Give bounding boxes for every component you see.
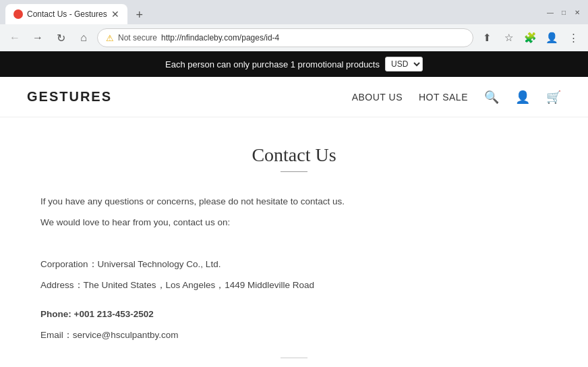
email-label: Email：service@hsculpantby.com bbox=[40, 330, 179, 340]
toolbar-icons: ⬆ ☆ 🧩 👤 ⋮ bbox=[477, 28, 583, 47]
browser-chrome: Contact Us - Gestures ✕ + — □ ✕ ← → ↻ ⌂ … bbox=[0, 0, 588, 51]
back-button[interactable]: ← bbox=[5, 28, 24, 47]
contact-address: Address：The United States，Los Angeles，14… bbox=[40, 276, 548, 294]
tab-favicon bbox=[13, 9, 23, 19]
site-header: GESTURES ABOUT US HOT SALE 🔍 👤 🛒 bbox=[0, 77, 588, 117]
currency-selector[interactable]: USD EUR GBP bbox=[385, 57, 423, 72]
refresh-button[interactable]: ↻ bbox=[51, 28, 70, 47]
bookmark-icon[interactable]: ☆ bbox=[499, 28, 518, 47]
page-title: Contact Us bbox=[40, 144, 548, 166]
share-icon[interactable]: ⬆ bbox=[477, 28, 496, 47]
close-tab-icon[interactable]: ✕ bbox=[111, 9, 119, 20]
contact-body: If you have any questions or concerns, p… bbox=[40, 192, 548, 344]
url-display: http://nfindacleby.com/pages/id-4 bbox=[161, 33, 279, 43]
browser-toolbar: ← → ↻ ⌂ ⚠ Not secure http://nfindacleby.… bbox=[0, 24, 588, 51]
maximize-button[interactable]: □ bbox=[558, 7, 569, 18]
search-icon[interactable]: 🔍 bbox=[484, 90, 499, 105]
profile-icon[interactable]: 👤 bbox=[542, 28, 561, 47]
account-icon[interactable]: 👤 bbox=[515, 90, 530, 105]
window-controls: — □ ✕ bbox=[545, 7, 583, 18]
contact-line-2: We would love to hear from you, contact … bbox=[40, 213, 548, 231]
security-label: Not secure bbox=[118, 33, 157, 43]
main-content: Contact Us If you have any questions or … bbox=[0, 117, 588, 367]
nav-hot-sale[interactable]: HOT SALE bbox=[419, 92, 468, 103]
forward-button[interactable]: → bbox=[28, 28, 47, 47]
promo-banner: Each person can only purchase 1 promotio… bbox=[0, 51, 588, 77]
contact-corporation: Corporation：Universal Technology Co., Lt… bbox=[40, 255, 548, 273]
contact-line-3 bbox=[40, 234, 548, 252]
menu-icon[interactable]: ⋮ bbox=[564, 28, 583, 47]
site-nav: ABOUT US HOT SALE 🔍 👤 🛒 bbox=[352, 90, 561, 105]
new-tab-button[interactable]: + bbox=[130, 5, 149, 24]
title-divider bbox=[281, 171, 307, 172]
close-window-button[interactable]: ✕ bbox=[572, 7, 583, 18]
contact-line-1: If you have any questions or concerns, p… bbox=[40, 192, 548, 210]
cart-icon[interactable]: 🛒 bbox=[546, 90, 561, 105]
address-bar[interactable]: ⚠ Not secure http://nfindacleby.com/page… bbox=[97, 28, 473, 47]
contact-phone: Phone: +001 213-453-2502 bbox=[40, 305, 548, 323]
tab-title: Contact Us - Gestures bbox=[27, 9, 107, 19]
extensions-icon[interactable]: 🧩 bbox=[521, 28, 539, 47]
active-tab[interactable]: Contact Us - Gestures ✕ bbox=[5, 4, 127, 24]
nav-about-us[interactable]: ABOUT US bbox=[352, 92, 403, 103]
minimize-button[interactable]: — bbox=[545, 7, 556, 18]
promo-text: Each person can only purchase 1 promotio… bbox=[165, 59, 380, 69]
footer-divider bbox=[281, 358, 307, 358]
home-button[interactable]: ⌂ bbox=[74, 28, 93, 47]
security-warning-icon: ⚠ bbox=[106, 33, 114, 43]
site-logo[interactable]: GESTURES bbox=[27, 89, 352, 105]
contact-email: Email：service@hsculpantby.com bbox=[40, 326, 548, 344]
